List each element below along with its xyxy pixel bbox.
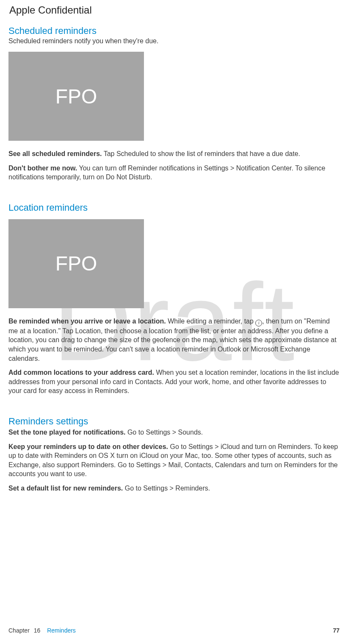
bold-lead: Add common locations to your address car… — [8, 369, 154, 376]
page-number: 77 — [333, 627, 340, 634]
bold-lead: Don't bother me now. — [8, 164, 77, 172]
settings-heading: Reminders settings — [8, 416, 340, 427]
fpo-text: FPO — [55, 252, 97, 275]
bold-lead: See all scheduled reminders. — [8, 150, 102, 157]
page-content: Apple Confidential Scheduled reminders S… — [0, 0, 348, 507]
settings-p2: Keep your reminders up to date on other … — [8, 442, 340, 479]
confidential-header: Apple Confidential — [9, 4, 340, 16]
fpo-text: FPO — [55, 85, 97, 108]
location-p1: Be reminded when you arrive or leave a l… — [8, 317, 340, 363]
bold-lead: Be reminded when you arrive or leave a l… — [8, 318, 166, 325]
scheduled-subtext: Scheduled reminders notify you when they… — [8, 37, 340, 45]
body-text: While editing a reminder, tap — [166, 318, 256, 325]
chapter-label: Chapter — [8, 627, 30, 634]
body-text: Tap Scheduled to show the list of remind… — [102, 150, 300, 157]
chapter-name: Reminders — [47, 627, 76, 634]
info-icon: i — [255, 320, 262, 326]
body-text: Go to Settings > Sounds. — [125, 429, 203, 436]
scheduled-p2: Don't bother me now. You can turn off Re… — [8, 164, 340, 182]
body-text: Go to Settings > Reminders. — [123, 485, 210, 492]
location-p2: Add common locations to your address car… — [8, 368, 340, 396]
bold-lead: Keep your reminders up to date on other … — [8, 443, 168, 450]
scheduled-heading: Scheduled reminders — [8, 25, 340, 36]
settings-p3: Set a default list for new reminders. Go… — [8, 484, 340, 493]
bold-lead: Set the tone played for notifications. — [8, 429, 125, 436]
chapter-number: 16 — [34, 627, 41, 634]
settings-p1: Set the tone played for notifications. G… — [8, 428, 340, 437]
page-footer: Chapter 16 Reminders 77 — [0, 627, 348, 634]
scheduled-p1: See all scheduled reminders. Tap Schedul… — [8, 149, 340, 159]
bold-lead: Set a default list for new reminders. — [8, 485, 123, 492]
location-heading: Location reminders — [8, 202, 340, 213]
fpo-placeholder-location: FPO — [8, 219, 144, 308]
fpo-placeholder-scheduled: FPO — [8, 52, 144, 141]
footer-chapter: Chapter 16 Reminders — [8, 627, 76, 634]
